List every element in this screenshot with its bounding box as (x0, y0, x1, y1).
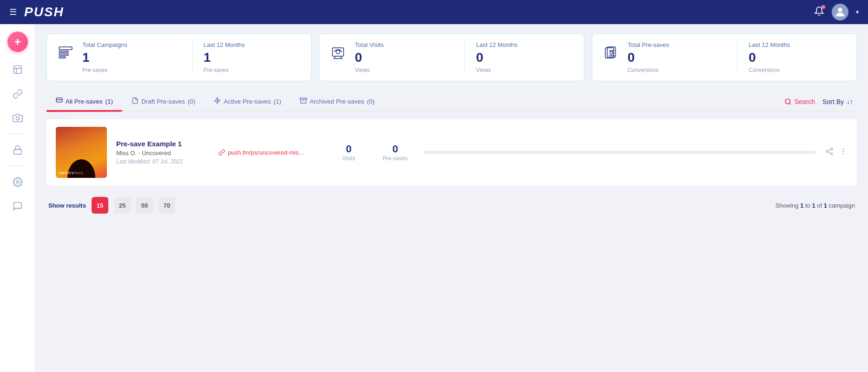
stats-row: Total Campaigns 1 Pre-saves Last 12 Mont… (46, 33, 857, 81)
show-results: Show results 15 25 50 70 (48, 197, 175, 214)
progress-track (423, 151, 816, 154)
sort-icon: ↓↑ (847, 98, 853, 105)
campaign-presaves-value: 0 (377, 143, 414, 155)
svg-point-17 (336, 50, 340, 54)
stat-card-visits: Total Visits 0 Views Last 12 Months 0 Vi… (319, 33, 584, 81)
visits-stat-12mo-sub: Views (476, 67, 575, 73)
sidebar-item-campaigns[interactable] (7, 59, 28, 80)
campaigns-stat-12mo-value: 1 (204, 50, 302, 65)
notification-badge (822, 5, 825, 9)
campaigns-stat-sub: Pre-saves (82, 67, 181, 73)
svg-rect-24 (300, 98, 307, 99)
page-size-25[interactable]: 25 (114, 197, 131, 214)
campaigns-stat-12mo-sub: Pre-saves (204, 67, 302, 73)
sidebar-divider (8, 134, 27, 134)
tab-draft-label: Draft Pre-saves (141, 98, 185, 105)
campaign-name: Pre-save Example 1 (116, 140, 209, 148)
sidebar-item-settings[interactable] (7, 172, 28, 192)
presaves-stat-12mo-sub: Conversions (749, 67, 847, 73)
visits-stat-12mo-value: 0 (476, 50, 575, 65)
presaves-stat-12mo-body: Last 12 Months 0 Conversions (749, 41, 847, 73)
tab-archived-count: (0) (367, 98, 375, 105)
hamburger-menu[interactable]: ☰ (9, 7, 17, 17)
page-size-50[interactable]: 50 (136, 197, 153, 214)
svg-rect-12 (59, 57, 66, 58)
header: ☰ PUSH ▾ (0, 0, 868, 24)
pagination-info: Showing 1 to 1 of 1 campaign (775, 202, 855, 209)
sidebar (0, 24, 35, 372)
svg-rect-9 (59, 47, 72, 50)
sidebar-divider-2 (8, 166, 27, 166)
tab-draft-count: (0) (188, 98, 196, 105)
page-size-15[interactable]: 15 (92, 197, 108, 214)
campaigns-stat-title: Total Campaigns (82, 41, 181, 48)
campaigns-stat-12mo-title: Last 12 Months (204, 41, 302, 48)
tab-all-label: All Pre-saves (66, 98, 103, 105)
visits-stat-value: 0 (355, 50, 453, 65)
sidebar-item-lock[interactable] (7, 140, 28, 160)
content-area: Total Campaigns 1 Pre-saves Last 12 Mont… (35, 24, 868, 372)
presaves-stat-sub: Conversions (628, 67, 726, 73)
chevron-down-icon[interactable]: ▾ (856, 9, 859, 15)
sort-button[interactable]: Sort By ↓↑ (822, 98, 853, 105)
add-campaign-button[interactable] (7, 32, 28, 52)
campaigns-stat-icon (56, 43, 75, 64)
svg-point-28 (830, 148, 833, 150)
campaign-info: Pre-save Example 1 Miss O. · Uncovered L… (116, 140, 209, 165)
campaign-link-text: push.fm/ps/uncovered-mis... (228, 149, 304, 156)
presaves-stat-value: 0 (628, 50, 726, 65)
svg-rect-7 (13, 150, 21, 154)
svg-point-20 (610, 52, 613, 54)
svg-point-8 (16, 181, 19, 183)
stat-card-divider-3 (737, 41, 737, 73)
stat-card-divider (192, 41, 192, 73)
campaigns-stat-value: 1 (82, 50, 181, 65)
svg-marker-23 (215, 98, 220, 104)
sidebar-item-link[interactable] (7, 84, 28, 104)
svg-point-26 (785, 99, 790, 104)
more-options-icon[interactable] (839, 147, 848, 157)
visits-stat-12mo-title: Last 12 Months (476, 41, 575, 48)
tab-draft-presaves[interactable]: Draft Pre-saves (0) (122, 92, 205, 111)
search-button[interactable]: Search (784, 98, 815, 105)
svg-point-34 (843, 151, 844, 152)
tab-active-presaves[interactable]: Active Pre-saves (1) (205, 92, 291, 111)
sidebar-item-camera[interactable] (7, 108, 28, 128)
search-label: Search (795, 98, 815, 105)
tabs-row: All Pre-saves (1) Draft Pre-saves (0) Ac… (46, 92, 857, 111)
page-size-70[interactable]: 70 (159, 197, 175, 214)
sort-label: Sort By (822, 98, 844, 105)
tab-archived-presaves[interactable]: Archived Pre-saves (0) (291, 92, 384, 111)
tabs-actions: Search Sort By ↓↑ (784, 98, 857, 105)
campaign-actions (825, 147, 848, 157)
campaign-thumbnail: UNCOVRED (56, 127, 107, 178)
visits-stat-12mo-body: Last 12 Months 0 Views (476, 41, 575, 73)
tab-all-presaves[interactable]: All Pre-saves (1) (46, 92, 122, 111)
presaves-stat-title: Total Pre-saves (628, 41, 726, 48)
tab-active-icon (214, 97, 221, 105)
campaign-thumb-bg: UNCOVRED (56, 127, 107, 178)
campaigns-stat-12mo-body: Last 12 Months 1 Pre-saves (204, 41, 302, 73)
sidebar-item-chat[interactable] (7, 196, 28, 216)
svg-line-31 (828, 152, 830, 153)
tab-all-count: (1) (106, 98, 113, 105)
avatar[interactable] (832, 4, 848, 20)
album-text: UNCOVRED (59, 171, 84, 175)
svg-point-29 (826, 150, 828, 153)
stat-card-presaves: Total Pre-saves 0 Conversions Last 12 Mo… (592, 33, 857, 81)
notifications-button[interactable] (814, 6, 824, 19)
campaign-presaves-label: Pre-saves (377, 155, 414, 162)
share-icon[interactable] (825, 147, 834, 157)
tabs-container: All Pre-saves (1) Draft Pre-saves (0) Ac… (46, 92, 857, 112)
visits-stat-sub: Views (355, 67, 453, 73)
campaign-visits-stat: 0 Visits (330, 143, 367, 162)
table-row: UNCOVRED Pre-save Example 1 Miss O. · Un… (46, 119, 857, 186)
visits-stat-icon (329, 43, 347, 64)
svg-line-32 (828, 150, 830, 151)
visits-stat-title: Total Visits (355, 41, 453, 48)
pagination-row: Show results 15 25 50 70 Showing 1 to 1 … (46, 189, 857, 221)
campaign-modified: Last Modified: 07 Jul, 2022 (116, 158, 209, 165)
tab-archived-label: Archived Pre-saves (310, 98, 364, 105)
campaign-progress-bar (423, 151, 816, 154)
campaign-link[interactable]: push.fm/ps/uncovered-mis... (219, 149, 321, 156)
